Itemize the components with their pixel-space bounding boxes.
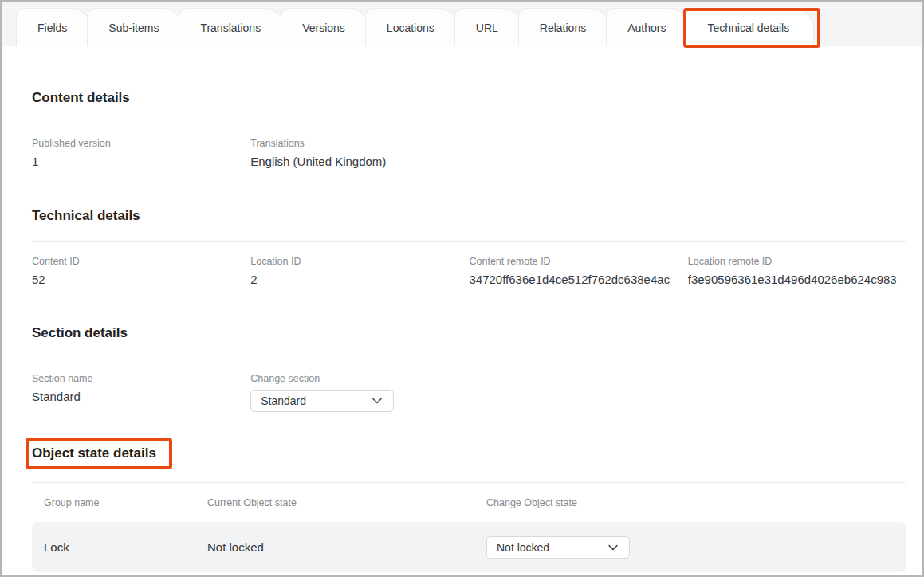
location-remote-id-label: Location remote ID [688, 256, 906, 268]
section-technical-details: Technical details Content ID 52 Location… [32, 207, 906, 287]
technical-details-heading: Technical details [32, 207, 906, 224]
technical-details-page: Fields Sub-items Translations Versions L… [0, 0, 924, 577]
change-section-field: Change section Standard [250, 373, 469, 412]
change-object-state-selected-value: Not locked [497, 541, 549, 554]
divider [32, 241, 906, 242]
tab-label: Relations [540, 22, 586, 34]
tab-technical-details[interactable]: Technical details [686, 8, 814, 46]
published-version-value: 1 [32, 154, 250, 169]
tab-label: Translations [200, 22, 261, 34]
content-remote-id-value: 34720ff636e1d4ce512f762dc638e4ac [470, 272, 688, 287]
translations-field: Translations English (United Kingdom) [250, 138, 469, 169]
content-id-label: Content ID [32, 256, 250, 268]
content-remote-id-field: Content remote ID 34720ff636e1d4ce512f76… [470, 256, 688, 287]
table-row: Lock Not locked Not locked [32, 522, 906, 572]
location-id-field: Location ID 2 [250, 256, 469, 287]
tab-authors[interactable]: Authors [606, 8, 690, 46]
location-remote-id-value: f3e90596361e31d496d4026eb624c983 [688, 272, 906, 287]
change-object-state-select[interactable]: Not locked [486, 536, 630, 559]
object-state-details-heading: Object state details [32, 445, 156, 461]
content-tab-bar: Fields Sub-items Translations Versions L… [2, 2, 922, 46]
tab-sub-items[interactable]: Sub-items [87, 8, 183, 46]
divider [32, 124, 906, 124]
change-section-label: Change section [250, 373, 469, 385]
tab-relations[interactable]: Relations [518, 8, 611, 46]
tab-url[interactable]: URL [454, 8, 523, 46]
tab-translations[interactable]: Translations [179, 8, 285, 46]
tab-versions[interactable]: Versions [281, 8, 370, 46]
chevron-down-icon [607, 541, 619, 554]
object-state-table-header: Group name Current Object state Change O… [32, 482, 906, 522]
object-state-table: Group name Current Object state Change O… [32, 482, 906, 572]
change-section-selected-value: Standard [261, 394, 306, 407]
group-name-header: Group name [44, 497, 207, 508]
content-id-field: Content ID 52 [32, 256, 250, 287]
technical-details-content: Content details Published version 1 Tran… [2, 89, 922, 572]
section-name-field: Section name Standard [32, 373, 250, 412]
divider [32, 359, 906, 359]
published-version-field: Published version 1 [32, 138, 250, 169]
section-object-state-details: Object state details Group name Current … [32, 445, 906, 572]
tab-fields[interactable]: Fields [16, 8, 92, 46]
translations-label: Translations [250, 138, 469, 150]
content-details-heading: Content details [32, 89, 906, 106]
change-section-select[interactable]: Standard [250, 390, 394, 412]
change-object-state-header: Change Object state [486, 497, 895, 508]
section-name-value: Standard [32, 389, 250, 404]
tab-label: Versions [302, 22, 345, 34]
current-object-state-header: Current Object state [207, 497, 486, 508]
location-id-value: 2 [250, 272, 469, 287]
content-id-value: 52 [32, 272, 250, 287]
current-object-state-cell: Not locked [207, 540, 486, 554]
location-remote-id-field: Location remote ID f3e90596361e31d496d40… [688, 256, 906, 287]
section-content-details: Content details Published version 1 Tran… [32, 89, 906, 169]
location-id-label: Location ID [250, 256, 469, 268]
section-details-heading: Section details [32, 324, 906, 341]
tab-locations[interactable]: Locations [365, 8, 459, 46]
translations-value: English (United Kingdom) [250, 154, 469, 169]
tab-label: Technical details [707, 22, 789, 34]
group-name-cell: Lock [44, 540, 207, 554]
chevron-down-icon [371, 394, 383, 407]
tab-label: URL [476, 22, 498, 34]
published-version-label: Published version [32, 138, 250, 150]
tab-label: Fields [37, 22, 67, 34]
tab-label: Sub-items [108, 22, 159, 34]
tab-label: Authors [627, 22, 666, 34]
section-name-label: Section name [32, 373, 250, 385]
section-section-details: Section details Section name Standard Ch… [32, 324, 906, 412]
tab-label: Locations [387, 22, 434, 34]
content-remote-id-label: Content remote ID [470, 256, 688, 268]
